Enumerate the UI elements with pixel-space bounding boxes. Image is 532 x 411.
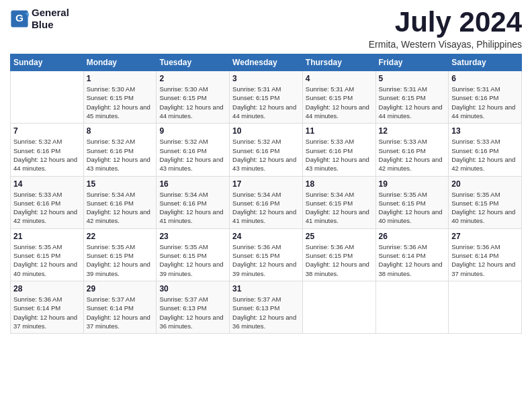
day-number: 3 (232, 74, 300, 83)
day-number: 26 (379, 232, 446, 241)
calendar-cell: 18Sunrise: 5:34 AM Sunset: 6:15 PM Dayli… (302, 176, 375, 228)
day-info: Sunrise: 5:35 AM Sunset: 6:15 PM Dayligh… (451, 190, 519, 226)
day-number: 30 (159, 284, 226, 293)
calendar-cell: 6Sunrise: 5:31 AM Sunset: 6:16 PM Daylig… (449, 71, 522, 124)
calendar-cell: 22Sunrise: 5:35 AM Sunset: 6:15 PM Dayli… (83, 228, 157, 281)
day-number: 21 (13, 232, 81, 241)
calendar-cell: 26Sunrise: 5:36 AM Sunset: 6:14 PM Dayli… (375, 228, 449, 281)
calendar-cell: 7Sunrise: 5:32 AM Sunset: 6:16 PM Daylig… (11, 124, 84, 176)
day-number: 22 (87, 232, 154, 241)
day-header-wednesday: Wednesday (230, 54, 303, 71)
day-number: 31 (232, 284, 300, 293)
day-number: 20 (451, 179, 519, 189)
day-info: Sunrise: 5:34 AM Sunset: 6:15 PM Dayligh… (306, 190, 373, 226)
day-info: Sunrise: 5:33 AM Sunset: 6:16 PM Dayligh… (306, 137, 373, 173)
day-info: Sunrise: 5:32 AM Sunset: 6:16 PM Dayligh… (87, 137, 154, 173)
day-info: Sunrise: 5:35 AM Sunset: 6:15 PM Dayligh… (87, 242, 154, 278)
week-row-3: 14Sunrise: 5:33 AM Sunset: 6:16 PM Dayli… (11, 176, 522, 228)
week-row-2: 7Sunrise: 5:32 AM Sunset: 6:16 PM Daylig… (11, 124, 522, 176)
day-header-friday: Friday (375, 54, 449, 71)
day-info: Sunrise: 5:36 AM Sunset: 6:14 PM Dayligh… (13, 295, 81, 330)
day-number: 25 (306, 232, 373, 241)
day-info: Sunrise: 5:36 AM Sunset: 6:14 PM Dayligh… (379, 242, 446, 278)
calendar-cell: 5Sunrise: 5:31 AM Sunset: 6:15 PM Daylig… (375, 71, 449, 124)
day-number: 14 (13, 179, 81, 189)
calendar-cell: 23Sunrise: 5:35 AM Sunset: 6:15 PM Dayli… (157, 228, 230, 281)
logo-line2: Blue (32, 19, 69, 31)
day-info: Sunrise: 5:30 AM Sunset: 6:15 PM Dayligh… (159, 85, 226, 120)
day-number: 28 (13, 284, 81, 293)
day-number: 7 (13, 126, 81, 136)
day-info: Sunrise: 5:36 AM Sunset: 6:15 PM Dayligh… (232, 242, 300, 278)
week-row-4: 21Sunrise: 5:35 AM Sunset: 6:15 PM Dayli… (11, 228, 522, 281)
day-info: Sunrise: 5:33 AM Sunset: 6:16 PM Dayligh… (451, 137, 519, 173)
day-info: Sunrise: 5:33 AM Sunset: 6:16 PM Dayligh… (379, 137, 446, 173)
day-number: 12 (379, 126, 446, 136)
svg-text:G: G (15, 12, 24, 24)
calendar-cell: 24Sunrise: 5:36 AM Sunset: 6:15 PM Dayli… (230, 228, 303, 281)
day-info: Sunrise: 5:31 AM Sunset: 6:16 PM Dayligh… (451, 85, 519, 120)
day-number: 23 (159, 232, 226, 241)
week-row-1: 1Sunrise: 5:30 AM Sunset: 6:15 PM Daylig… (11, 71, 522, 124)
day-info: Sunrise: 5:32 AM Sunset: 6:16 PM Dayligh… (232, 137, 300, 173)
day-info: Sunrise: 5:35 AM Sunset: 6:15 PM Dayligh… (159, 242, 226, 278)
day-number: 17 (232, 179, 300, 189)
calendar-cell: 2Sunrise: 5:30 AM Sunset: 6:15 PM Daylig… (157, 71, 230, 124)
week-row-5: 28Sunrise: 5:36 AM Sunset: 6:14 PM Dayli… (11, 281, 522, 333)
header: G General Blue July 2024 Ermita, Western… (10, 7, 522, 50)
calendar-cell: 11Sunrise: 5:33 AM Sunset: 6:16 PM Dayli… (302, 124, 375, 176)
day-info: Sunrise: 5:34 AM Sunset: 6:16 PM Dayligh… (232, 190, 300, 226)
day-number: 19 (379, 179, 446, 189)
calendar-cell (302, 281, 375, 333)
day-number: 5 (379, 74, 446, 83)
day-number: 8 (87, 126, 154, 136)
calendar-cell: 8Sunrise: 5:32 AM Sunset: 6:16 PM Daylig… (83, 124, 157, 176)
day-number: 6 (451, 74, 519, 83)
day-info: Sunrise: 5:35 AM Sunset: 6:15 PM Dayligh… (379, 190, 446, 226)
day-header-sunday: Sunday (11, 54, 84, 71)
day-number: 18 (306, 179, 373, 189)
calendar-table: SundayMondayTuesdayWednesdayThursdayFrid… (10, 54, 522, 334)
day-info: Sunrise: 5:37 AM Sunset: 6:13 PM Dayligh… (159, 295, 226, 330)
day-number: 24 (232, 232, 300, 241)
day-info: Sunrise: 5:31 AM Sunset: 6:15 PM Dayligh… (379, 85, 446, 120)
day-number: 2 (159, 74, 226, 83)
calendar-cell: 1Sunrise: 5:30 AM Sunset: 6:15 PM Daylig… (83, 71, 157, 124)
logo: G General Blue (10, 7, 69, 31)
calendar-cell (449, 281, 522, 333)
logo-icon: G (10, 9, 29, 28)
day-info: Sunrise: 5:30 AM Sunset: 6:15 PM Dayligh… (87, 85, 154, 120)
calendar-cell (11, 71, 84, 124)
day-number: 10 (232, 126, 300, 136)
day-info: Sunrise: 5:34 AM Sunset: 6:16 PM Dayligh… (87, 190, 154, 226)
day-header-monday: Monday (83, 54, 157, 71)
calendar-cell: 19Sunrise: 5:35 AM Sunset: 6:15 PM Dayli… (375, 176, 449, 228)
day-header-tuesday: Tuesday (157, 54, 230, 71)
day-info: Sunrise: 5:32 AM Sunset: 6:16 PM Dayligh… (13, 137, 81, 173)
calendar-cell (375, 281, 449, 333)
day-number: 1 (87, 74, 154, 83)
calendar-cell: 9Sunrise: 5:32 AM Sunset: 6:16 PM Daylig… (157, 124, 230, 176)
day-info: Sunrise: 5:35 AM Sunset: 6:15 PM Dayligh… (13, 242, 81, 278)
calendar-cell: 27Sunrise: 5:36 AM Sunset: 6:14 PM Dayli… (449, 228, 522, 281)
day-number: 11 (306, 126, 373, 136)
calendar-cell: 14Sunrise: 5:33 AM Sunset: 6:16 PM Dayli… (11, 176, 84, 228)
day-number: 9 (159, 126, 226, 136)
day-info: Sunrise: 5:36 AM Sunset: 6:14 PM Dayligh… (451, 242, 519, 278)
calendar-cell: 13Sunrise: 5:33 AM Sunset: 6:16 PM Dayli… (449, 124, 522, 176)
calendar-cell: 3Sunrise: 5:31 AM Sunset: 6:15 PM Daylig… (230, 71, 303, 124)
day-number: 29 (87, 284, 154, 293)
logo-line1: General (32, 7, 69, 19)
calendar-cell: 20Sunrise: 5:35 AM Sunset: 6:15 PM Dayli… (449, 176, 522, 228)
calendar-cell: 15Sunrise: 5:34 AM Sunset: 6:16 PM Dayli… (83, 176, 157, 228)
calendar-cell: 4Sunrise: 5:31 AM Sunset: 6:15 PM Daylig… (302, 71, 375, 124)
calendar-cell: 16Sunrise: 5:34 AM Sunset: 6:16 PM Dayli… (157, 176, 230, 228)
day-info: Sunrise: 5:33 AM Sunset: 6:16 PM Dayligh… (13, 190, 81, 226)
calendar-cell: 10Sunrise: 5:32 AM Sunset: 6:16 PM Dayli… (230, 124, 303, 176)
day-number: 15 (87, 179, 154, 189)
day-number: 13 (451, 126, 519, 136)
calendar-cell: 12Sunrise: 5:33 AM Sunset: 6:16 PM Dayli… (375, 124, 449, 176)
day-info: Sunrise: 5:31 AM Sunset: 6:15 PM Dayligh… (232, 85, 300, 120)
calendar-cell: 25Sunrise: 5:36 AM Sunset: 6:15 PM Dayli… (302, 228, 375, 281)
day-info: Sunrise: 5:31 AM Sunset: 6:15 PM Dayligh… (306, 85, 373, 120)
